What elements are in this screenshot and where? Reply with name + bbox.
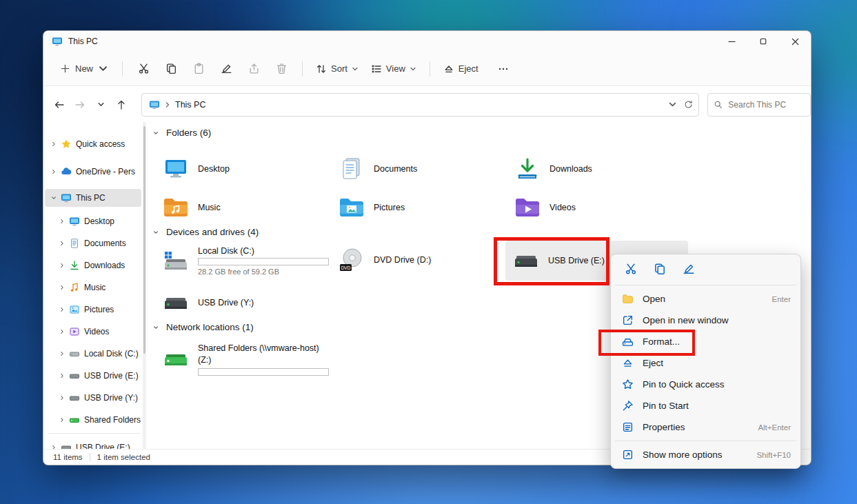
sidebar-item-usb-drive-e[interactable]: USB Drive (E:)	[45, 367, 141, 385]
context-menu-item-properties[interactable]: Properties Alt+Enter	[614, 416, 798, 438]
share-button[interactable]	[240, 57, 268, 81]
address-bar[interactable]: This PC	[141, 93, 699, 117]
tile-label: Documents	[374, 164, 417, 174]
cut-button[interactable]	[130, 57, 157, 81]
drive-tile-usb-y[interactable]: USB Drive (Y:)	[155, 285, 261, 321]
chevron-right-icon[interactable]	[57, 283, 67, 292]
context-menu-item-pin-start[interactable]: Pin to Start	[614, 395, 798, 416]
sidebar-item-shared-folders[interactable]: Shared Folders	[45, 411, 141, 429]
titlebar[interactable]: This PC	[43, 31, 811, 52]
delete-button[interactable]	[268, 57, 295, 81]
sort-button-label: Sort	[331, 63, 347, 74]
chevron-right-icon[interactable]	[57, 239, 67, 248]
sidebar-item-usb-drive-y[interactable]: USB Drive (Y:)	[45, 389, 141, 407]
chevron-right-icon[interactable]	[57, 415, 67, 425]
more-options-button[interactable]	[490, 57, 516, 81]
context-menu-item-open-new-window[interactable]: Open in new window	[614, 310, 798, 331]
drive-tile-local-disk-c[interactable]: Local Disk (C:) 28.2 GB free of 59.2 GB	[155, 242, 336, 280]
eject-button[interactable]: Eject	[437, 57, 485, 81]
context-menu-item-open[interactable]: Open Enter	[614, 288, 798, 310]
tile-label-line2: (Z:)	[198, 355, 211, 365]
back-button[interactable]	[49, 94, 70, 115]
copy-button[interactable]	[157, 57, 185, 81]
rename-icon[interactable]	[683, 263, 696, 276]
chevron-right-icon[interactable]	[57, 216, 67, 226]
folder-tile-pictures[interactable]: Pictures	[331, 190, 412, 225]
drive-tile-dvd[interactable]: DVD DVD Drive (D:)	[331, 242, 438, 278]
section-header-devices[interactable]: Devices and drives (4)	[151, 227, 259, 237]
sidebar-item-music[interactable]: Music	[45, 279, 141, 296]
breadcrumb[interactable]: This PC	[175, 100, 668, 110]
drive-tile-shared-folders-z[interactable]: Shared Folders (\\vmware-host) (Z:)	[155, 339, 336, 380]
copy-icon[interactable]	[654, 263, 667, 276]
chevron-right-icon[interactable]	[57, 261, 67, 270]
new-button[interactable]: New	[53, 57, 115, 81]
documents-folder-icon	[338, 155, 365, 183]
sidebar-scrollbar[interactable]	[143, 122, 146, 449]
picture-icon	[69, 304, 80, 315]
chevron-right-icon[interactable]	[57, 327, 67, 336]
refresh-icon[interactable]	[684, 100, 693, 109]
chevron-right-icon[interactable]	[49, 167, 59, 177]
sidebar-item-onedrive[interactable]: OneDrive - Pers	[45, 163, 141, 181]
section-title: Network locations (1)	[166, 322, 254, 332]
this-pc-icon	[52, 36, 63, 47]
chevron-right-icon[interactable]	[57, 371, 67, 381]
recent-locations-button[interactable]	[90, 94, 111, 115]
sidebar-item-downloads[interactable]: Downloads	[45, 256, 141, 274]
chevron-right-icon[interactable]	[49, 139, 59, 149]
menu-item-shortcut: Enter	[772, 295, 792, 303]
folder-tile-desktop[interactable]: Desktop	[155, 151, 236, 187]
folder-tile-downloads[interactable]: Downloads	[507, 151, 599, 187]
section-header-network[interactable]: Network locations (1)	[151, 322, 254, 332]
dvd-drive-icon: DVD	[338, 246, 365, 274]
download-icon	[69, 260, 80, 271]
chevron-right-icon[interactable]	[57, 393, 67, 403]
chevron-down-icon[interactable]	[151, 228, 161, 237]
folder-tile-documents[interactable]: Documents	[331, 151, 424, 187]
status-divider	[90, 453, 90, 461]
close-button[interactable]	[779, 31, 811, 52]
show-more-options-icon	[622, 449, 634, 461]
folder-tile-music[interactable]: Music	[155, 190, 228, 225]
context-menu-item-show-more-options[interactable]: Show more options Shift+F10	[614, 444, 798, 465]
chevron-right-icon[interactable]	[57, 349, 67, 359]
chevron-down-icon[interactable]	[668, 100, 677, 109]
sidebar-item-quick-access[interactable]: Quick access	[45, 135, 141, 153]
chevron-down-icon[interactable]	[151, 323, 161, 332]
chevron-down-icon[interactable]	[151, 128, 161, 138]
sidebar-item-desktop[interactable]: Desktop	[45, 212, 141, 230]
view-button[interactable]: View	[365, 57, 423, 81]
sort-button[interactable]: Sort	[310, 57, 365, 81]
scrollbar-thumb[interactable]	[143, 126, 145, 354]
menu-item-label: Pin to Start	[643, 401, 791, 411]
rename-button[interactable]	[212, 57, 240, 81]
folder-tile-videos[interactable]: Videos	[507, 190, 583, 225]
sidebar-item-label: Desktop	[84, 216, 114, 226]
forward-button[interactable]	[70, 94, 90, 115]
menu-item-label: Open	[643, 294, 772, 304]
up-button[interactable]	[111, 94, 132, 115]
chevron-right-icon[interactable]	[57, 305, 67, 314]
sidebar-item-pictures[interactable]: Pictures	[45, 301, 141, 319]
annotation-usb-drive-highlight	[494, 237, 609, 285]
sidebar-item-this-pc[interactable]: This PC	[45, 189, 141, 207]
section-title: Folders (6)	[166, 128, 211, 138]
search-box[interactable]	[707, 93, 811, 117]
video-icon	[69, 326, 80, 337]
maximize-button[interactable]	[747, 31, 779, 52]
toolbar-divider	[430, 61, 430, 77]
paste-button[interactable]	[185, 57, 212, 81]
context-menu-item-pin-quick-access[interactable]: Pin to Quick access	[614, 374, 798, 395]
sidebar-item-videos[interactable]: Videos	[45, 323, 141, 341]
sidebar-item-local-disk-c[interactable]: Local Disk (C:)	[45, 345, 141, 363]
pictures-folder-icon	[338, 194, 365, 221]
cut-icon[interactable]	[625, 263, 638, 276]
command-bar: New Sort View	[43, 52, 811, 86]
search-input[interactable]	[728, 100, 805, 110]
sidebar-item-documents[interactable]: Documents	[45, 234, 141, 252]
svg-text:DVD: DVD	[341, 265, 351, 270]
chevron-down-icon[interactable]	[49, 193, 59, 203]
minimize-button[interactable]	[716, 31, 747, 52]
section-header-folders[interactable]: Folders (6)	[151, 128, 211, 138]
